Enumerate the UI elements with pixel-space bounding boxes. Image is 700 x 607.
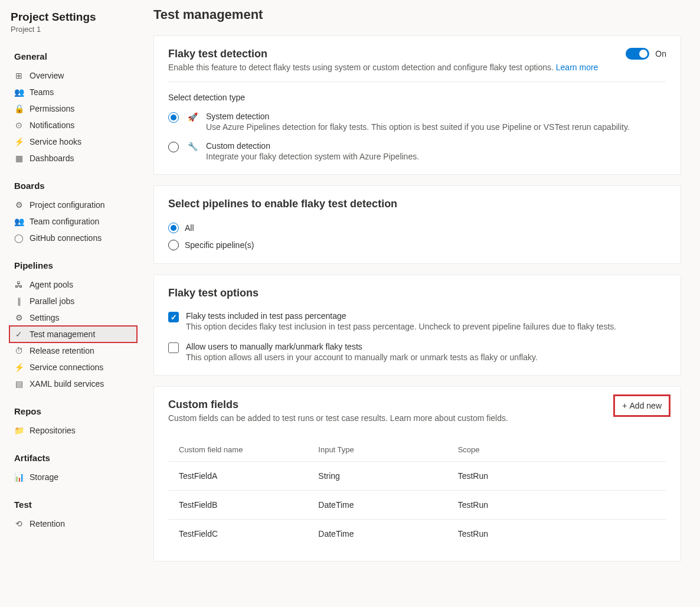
custom-fields-table: Custom field name Input Type Scope TestF… [168, 438, 666, 548]
sidebar-item-label: Agent pools [30, 280, 73, 289]
sidebar-item-overview[interactable]: ⊞Overview [9, 67, 137, 84]
sidebar-section-boards: Boards [14, 181, 137, 191]
flaky-detection-card: Flaky test detection Enable this feature… [153, 35, 681, 175]
sidebar-item-label: Test management [30, 329, 95, 339]
sidebar-item-github-connections[interactable]: ◯GitHub connections [9, 230, 137, 246]
sidebar-item-label: Service hooks [30, 137, 81, 146]
radio-system[interactable] [168, 112, 179, 123]
sidebar-item-xaml-build-services[interactable]: ▤XAML build services [9, 376, 137, 392]
col-input: Input Type [308, 438, 447, 462]
pipelines-card: Select pipelines to enable flaky test de… [153, 185, 681, 264]
main-content: Test management Flaky test detection Ena… [137, 0, 700, 607]
col-scope: Scope [447, 438, 666, 462]
sidebar-item-label: Settings [30, 313, 60, 322]
sidebar-item-label: Project configuration [30, 200, 105, 210]
options-title: Flaky test options [168, 287, 666, 299]
checkbox-manual-mark[interactable] [168, 342, 179, 353]
sidebar-item-label: Repositories [30, 426, 76, 435]
pipelines-all-row[interactable]: All [168, 222, 666, 233]
flaky-toggle[interactable] [626, 48, 649, 60]
radio-specific-pipelines[interactable] [168, 240, 179, 250]
teams-icon: 👥 [14, 87, 24, 97]
service-connections-icon: ⚡ [14, 363, 24, 372]
pipelines-specific-row[interactable]: Specific pipeline(s) [168, 239, 666, 250]
sidebar-item-service-hooks[interactable]: ⚡Service hooks [9, 133, 137, 150]
system-detection-title: System detection [206, 112, 666, 121]
sidebar-item-service-connections[interactable]: ⚡Service connections [9, 359, 137, 376]
sidebar-item-label: XAML build services [30, 379, 104, 389]
sidebar-item-test-management[interactable]: ✓Test management [9, 326, 137, 342]
notifications-icon: ⊙ [14, 120, 24, 130]
sidebar-item-settings[interactable]: ⚙Settings [9, 309, 137, 326]
settings-icon: ⚙ [14, 313, 24, 322]
sidebar-item-release-retention[interactable]: ⏱Release retention [9, 342, 137, 359]
rocket-icon: 🚀 [187, 112, 198, 122]
custom-detection-title: Custom detection [206, 141, 666, 151]
sidebar-item-dashboards[interactable]: ▦Dashboards [9, 150, 137, 167]
storage-icon: 📊 [14, 472, 24, 482]
retention-icon: ⟲ [14, 519, 24, 528]
detection-custom-row[interactable]: 🔧 Custom detection Integrate your flaky … [168, 141, 666, 161]
dashboards-icon: ▦ [14, 154, 24, 163]
sidebar-item-storage[interactable]: 📊Storage [9, 469, 137, 485]
custom-detection-desc: Integrate your flaky detection system wi… [206, 152, 666, 161]
overview-icon: ⊞ [14, 71, 24, 80]
flaky-toggle-label: On [655, 49, 666, 58]
page-title: Test management [153, 7, 681, 22]
repositories-icon: 📁 [14, 426, 24, 435]
team-configuration-icon: 👥 [14, 217, 24, 226]
add-new-button[interactable]: + Add new [617, 399, 666, 413]
parallel-jobs-icon: ∥ [14, 296, 24, 306]
sidebar-item-label: Release retention [30, 346, 94, 355]
radio-all-pipelines[interactable] [168, 223, 179, 233]
sidebar-title: Project Settings [11, 11, 137, 24]
radio-custom[interactable] [168, 142, 179, 152]
sidebar-item-label: Parallel jobs [30, 296, 74, 306]
sidebar-section-pipelines: Pipelines [14, 260, 137, 270]
learn-more-link[interactable]: Learn more [556, 63, 598, 72]
sidebar-item-parallel-jobs[interactable]: ∥Parallel jobs [9, 293, 137, 309]
sidebar-item-label: Dashboards [30, 154, 74, 163]
sidebar-item-teams[interactable]: 👥Teams [9, 84, 137, 100]
github-connections-icon: ◯ [14, 233, 24, 243]
custom-fields-title: Custom fields [168, 399, 508, 411]
sidebar-section-test: Test [14, 500, 137, 510]
service-hooks-icon: ⚡ [14, 137, 24, 146]
flaky-title: Flaky test detection [168, 48, 598, 60]
sidebar: Project Settings Project 1 General⊞Overv… [0, 0, 137, 607]
option-include-percentage: Flaky tests included in test pass percen… [168, 311, 666, 331]
sidebar-item-notifications[interactable]: ⊙Notifications [9, 117, 137, 133]
flaky-toggle-wrap: On [626, 48, 666, 60]
sidebar-item-permissions[interactable]: 🔒Permissions [9, 100, 137, 117]
table-row[interactable]: TestFieldAStringTestRun [168, 462, 666, 491]
table-row[interactable]: TestFieldBDateTimeTestRun [168, 491, 666, 520]
sidebar-section-artifacts: Artifacts [14, 453, 137, 463]
agent-pools-icon: 🖧 [14, 280, 24, 289]
custom-fields-card: Custom fields Custom fields can be added… [153, 386, 681, 562]
detection-system-row[interactable]: 🚀 System detection Use Azure Pipelines d… [168, 112, 666, 132]
project-configuration-icon: ⚙ [14, 200, 24, 210]
sidebar-item-retention[interactable]: ⟲Retention [9, 515, 137, 532]
sidebar-item-label: Notifications [30, 120, 74, 130]
sidebar-item-label: Teams [30, 87, 54, 97]
sidebar-item-label: GitHub connections [30, 233, 102, 243]
sidebar-item-project-configuration[interactable]: ⚙Project configuration [9, 197, 137, 213]
sidebar-item-label: Overview [30, 71, 64, 80]
checkbox-include-percentage[interactable] [168, 312, 179, 322]
detection-type-label: Select detection type [168, 93, 666, 102]
flaky-desc: Enable this feature to detect flaky test… [168, 63, 598, 72]
sidebar-section-general: General [14, 51, 137, 61]
flaky-options-card: Flaky test options Flaky tests included … [153, 275, 681, 376]
system-detection-desc: Use Azure Pipelines detection for flaky … [206, 122, 666, 132]
xaml-build-services-icon: ▤ [14, 379, 24, 389]
sidebar-item-label: Permissions [30, 104, 74, 113]
table-row[interactable]: TestFieldCDateTimeTestRun [168, 520, 666, 549]
sidebar-item-team-configuration[interactable]: 👥Team configuration [9, 213, 137, 230]
sidebar-item-label: Retention [30, 519, 65, 528]
col-name: Custom field name [168, 438, 308, 462]
option-manual-mark: Allow users to manually mark/unmark flak… [168, 342, 666, 362]
release-retention-icon: ⏱ [14, 346, 24, 355]
custom-fields-desc: Custom fields can be added to test runs … [168, 413, 508, 423]
sidebar-item-repositories[interactable]: 📁Repositories [9, 422, 137, 439]
sidebar-item-agent-pools[interactable]: 🖧Agent pools [9, 276, 137, 293]
